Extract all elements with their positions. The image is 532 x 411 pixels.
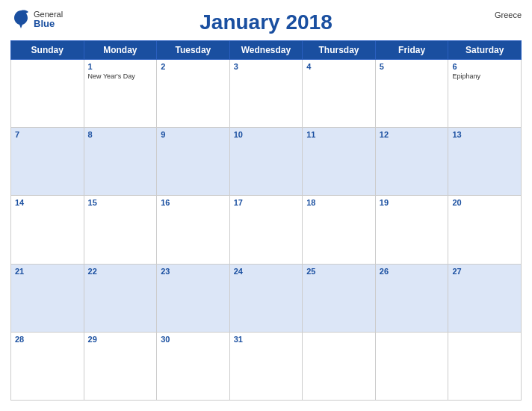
- calendar-cell: 9: [157, 128, 230, 196]
- col-friday: Friday: [375, 41, 448, 60]
- day-number: 22: [88, 267, 153, 276]
- calendar-cell: 11: [303, 128, 376, 196]
- calendar-header: General Blue January 2018 Greece: [10, 7, 522, 40]
- calendar-wrapper: General Blue January 2018 Greece Sunday …: [0, 0, 532, 411]
- calendar-cell: [11, 60, 84, 128]
- calendar-cell: [448, 332, 522, 400]
- calendar-cell: 22: [84, 264, 157, 332]
- calendar-table: Sunday Monday Tuesday Wednesday Thursday…: [10, 40, 522, 401]
- holiday-label: Epiphany: [452, 72, 517, 81]
- calendar-cell: 28: [11, 332, 84, 400]
- day-number: 30: [161, 335, 226, 344]
- day-number: 21: [15, 267, 80, 276]
- day-number: 5: [380, 62, 445, 71]
- calendar-week-row: 14151617181920: [11, 196, 522, 264]
- calendar-cell: 29: [84, 332, 157, 400]
- title-area: January 2018: [200, 10, 332, 34]
- calendar-cell: 13: [448, 128, 522, 196]
- day-number: 19: [380, 198, 445, 207]
- day-number: 9: [161, 130, 226, 139]
- calendar-cell: 14: [11, 196, 84, 264]
- calendar-cell: 8: [84, 128, 157, 196]
- calendar-cell: 6Epiphany: [448, 60, 522, 128]
- day-number: 26: [380, 267, 445, 276]
- calendar-cell: 1New Year's Day: [84, 60, 157, 128]
- calendar-cell: 30: [157, 332, 230, 400]
- day-number: 4: [306, 62, 371, 71]
- calendar-cell: 5: [375, 60, 448, 128]
- country-label: Greece: [495, 10, 522, 19]
- calendar-cell: 18: [303, 196, 376, 264]
- day-number: 18: [306, 198, 371, 207]
- calendar-cell: 15: [84, 196, 157, 264]
- day-number: 6: [452, 62, 517, 71]
- day-number: 13: [452, 130, 517, 139]
- days-header-row: Sunday Monday Tuesday Wednesday Thursday…: [11, 41, 522, 60]
- day-number: 31: [234, 335, 299, 344]
- day-number: 1: [88, 62, 153, 71]
- calendar-title: January 2018: [200, 10, 332, 34]
- calendar-cell: 20: [448, 196, 522, 264]
- col-saturday: Saturday: [448, 41, 522, 60]
- calendar-cell: 3: [229, 60, 303, 128]
- day-number: 8: [88, 130, 153, 139]
- col-sunday: Sunday: [11, 41, 84, 60]
- day-number: 23: [161, 267, 226, 276]
- col-thursday: Thursday: [303, 41, 376, 60]
- calendar-cell: 17: [229, 196, 303, 264]
- day-number: 12: [380, 130, 445, 139]
- logo-text-container: General Blue: [34, 10, 63, 29]
- calendar-cell: 25: [303, 264, 376, 332]
- calendar-cell: 2: [157, 60, 230, 128]
- logo-bird-svg: [10, 7, 31, 28]
- calendar-cell: 16: [157, 196, 230, 264]
- col-tuesday: Tuesday: [157, 41, 230, 60]
- calendar-week-row: 28293031: [11, 332, 522, 400]
- day-number: 11: [306, 130, 371, 139]
- logo-blue-text: Blue: [34, 19, 63, 29]
- calendar-body: 1New Year's Day23456Epiphany789101112131…: [11, 60, 522, 401]
- calendar-cell: 12: [375, 128, 448, 196]
- day-number: 10: [234, 130, 299, 139]
- calendar-cell: 31: [229, 332, 303, 400]
- holiday-label: New Year's Day: [88, 72, 153, 81]
- calendar-cell: 23: [157, 264, 230, 332]
- day-number: 7: [15, 130, 80, 139]
- calendar-cell: 19: [375, 196, 448, 264]
- day-number: 27: [452, 267, 517, 276]
- day-number: 14: [15, 198, 80, 207]
- logo-bird-icon: [10, 7, 31, 31]
- calendar-cell: 26: [375, 264, 448, 332]
- calendar-cell: 7: [11, 128, 84, 196]
- day-number: 25: [306, 267, 371, 276]
- calendar-cell: 21: [11, 264, 84, 332]
- day-number: 20: [452, 198, 517, 207]
- col-monday: Monday: [84, 41, 157, 60]
- day-number: 2: [161, 62, 226, 71]
- day-number: 29: [88, 335, 153, 344]
- calendar-cell: 27: [448, 264, 522, 332]
- day-number: 24: [234, 267, 299, 276]
- day-number: 16: [161, 198, 226, 207]
- calendar-week-row: 21222324252627: [11, 264, 522, 332]
- calendar-cell: 24: [229, 264, 303, 332]
- day-number: 28: [15, 335, 80, 344]
- logo-area: General Blue: [10, 7, 63, 31]
- calendar-cell: [375, 332, 448, 400]
- calendar-week-row: 1New Year's Day23456Epiphany: [11, 60, 522, 128]
- calendar-thead: Sunday Monday Tuesday Wednesday Thursday…: [11, 41, 522, 60]
- calendar-cell: [303, 332, 376, 400]
- day-number: 17: [234, 198, 299, 207]
- calendar-week-row: 78910111213: [11, 128, 522, 196]
- calendar-cell: 10: [229, 128, 303, 196]
- day-number: 3: [234, 62, 299, 71]
- col-wednesday: Wednesday: [229, 41, 303, 60]
- calendar-cell: 4: [303, 60, 376, 128]
- day-number: 15: [88, 198, 153, 207]
